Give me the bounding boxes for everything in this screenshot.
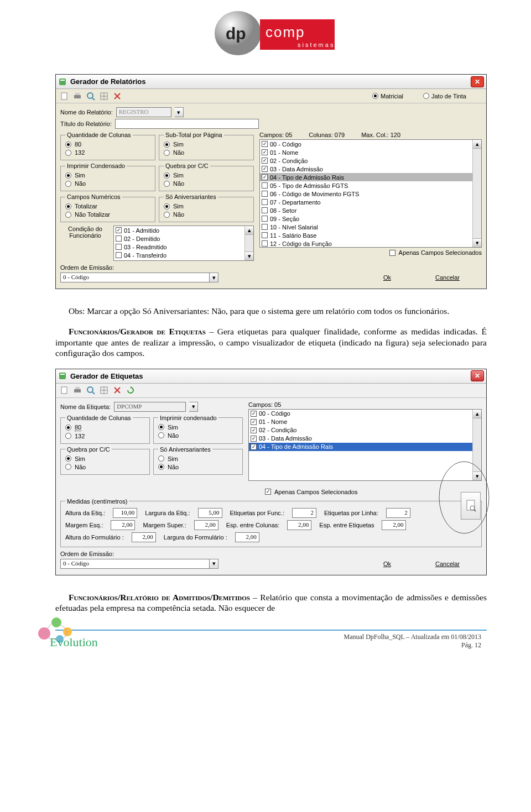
margem-sup-label: Margem Super.: [143, 522, 186, 528]
ok-button[interactable]: Ok [383, 274, 391, 281]
esp-colunas-input[interactable]: 2,00 [287, 520, 311, 530]
nome-etiqueta-label: Nome da Etiqueta: [60, 404, 111, 410]
list-item[interactable]: 02 - Condição [260, 156, 481, 165]
esp-etiq-input[interactable]: 2,00 [382, 520, 406, 530]
close-button[interactable]: ✕ [471, 76, 484, 87]
preview-icon[interactable] [86, 91, 96, 101]
list-item[interactable]: 09 - Seção [260, 214, 481, 223]
list-item[interactable]: 11 - Salário Base [260, 231, 481, 239]
list-item[interactable]: 02 - Condição [249, 426, 481, 434]
grid-icon[interactable] [99, 385, 109, 395]
list-item[interactable]: 00 - Código [260, 140, 481, 148]
list-item[interactable]: 00 - Código [249, 410, 481, 418]
svg-rect-10 [75, 93, 80, 95]
radio-sub-sim[interactable]: Sim [164, 141, 249, 148]
radio-cond-sim[interactable]: Sim [65, 172, 150, 179]
radio-jato-tinta[interactable]: Jato de Tinta [423, 93, 466, 99]
list-item[interactable]: 04 - Tipo de Admissão Rais [260, 173, 481, 181]
campos-listbox[interactable]: 00 - Código01 - Nome02 - Condição03 - Da… [259, 139, 482, 248]
condicao-listbox[interactable]: 01 - Admitido02 - Demitido03 - Readmitid… [113, 226, 254, 261]
list-item[interactable]: 03 - Data Admissão [260, 165, 481, 173]
etiq-linha-input[interactable]: 2 [386, 508, 410, 518]
largura-etiq-input[interactable]: 5,00 [198, 508, 222, 518]
svg-line-12 [92, 98, 95, 100]
ordem-emissao-input[interactable]: 0 - Código [60, 273, 210, 282]
fieldset-quebra: Quebra por C/C Sim Não [60, 446, 150, 475]
evolution-logo: Evolution [33, 609, 105, 649]
delete-icon[interactable] [112, 91, 122, 101]
radio-queb-sim[interactable]: Sim [164, 172, 249, 179]
radio-totalizar[interactable]: Totalizar [65, 203, 150, 209]
dropdown-icon[interactable]: ▾ [210, 273, 218, 282]
svg-rect-31 [467, 500, 475, 510]
list-item[interactable]: 04 - Transfeirdo [114, 251, 253, 259]
print-icon[interactable] [72, 385, 82, 395]
list-item[interactable]: 04 - Tipo de Admissão Rais [249, 443, 481, 451]
svg-rect-7 [60, 80, 65, 81]
altura-etiq-input[interactable]: 10,00 [113, 508, 137, 518]
visualizador-button[interactable] [461, 492, 481, 520]
dropdown-icon[interactable]: ▾ [175, 107, 184, 117]
margem-esq-input[interactable]: 2,00 [111, 520, 135, 530]
radio-queb-nao[interactable]: Não [65, 464, 145, 470]
list-item[interactable]: 12 - Código da Função [260, 239, 481, 248]
radio-80[interactable]: 80 [65, 424, 145, 431]
margem-sup-input[interactable]: 2,00 [194, 520, 218, 530]
preview-icon[interactable] [86, 385, 96, 395]
dropdown-icon[interactable]: ▾ [210, 559, 218, 569]
fieldset-condensado: Imprimir Condensado Sim Não [60, 163, 155, 191]
new-icon[interactable] [59, 91, 69, 101]
svg-rect-6 [59, 78, 66, 85]
dropdown-icon[interactable]: ▾ [189, 402, 198, 412]
list-item[interactable]: 05 - Tipo de Admissão FGTS [260, 181, 481, 190]
close-button[interactable]: ✕ [471, 370, 484, 381]
radio-cond-sim[interactable]: Sim [158, 424, 238, 431]
window-title: Gerador de Relatórios [70, 77, 146, 86]
list-item[interactable]: 07 - Departamento [260, 198, 481, 206]
largura-form-input[interactable]: 2,00 [235, 532, 259, 542]
nome-relatorio-input[interactable]: REGISTRO [116, 107, 171, 117]
svg-point-23 [87, 387, 93, 392]
cancel-button[interactable]: Cancelar [435, 560, 460, 567]
titulo-relatorio-input[interactable] [115, 119, 259, 129]
ordem-emissao-input[interactable]: 0 - Código [60, 559, 210, 569]
new-icon[interactable] [59, 385, 69, 395]
list-item[interactable]: 03 - Data Admissão [249, 434, 481, 443]
grid-icon[interactable] [99, 91, 109, 101]
radio-aniv-sim[interactable]: Sim [164, 203, 249, 209]
radio-sub-nao[interactable]: Não [164, 149, 249, 156]
radio-aniv-nao[interactable]: Não [158, 464, 238, 470]
list-item[interactable]: 01 - Admitido [114, 226, 253, 234]
condicao-func-label: Condição do Funcionário [60, 226, 110, 239]
scrollbar[interactable]: ▴▾ [472, 140, 481, 247]
list-item[interactable]: 10 - Nível Salarial [260, 223, 481, 231]
checkbox-apenas-selecionados[interactable]: Apenas Campos Selecionados [259, 249, 482, 256]
list-item[interactable]: 03 - Readmitido [114, 243, 253, 251]
ok-button[interactable]: Ok [383, 560, 391, 567]
etiq-func-input[interactable]: 2 [292, 508, 316, 518]
radio-queb-sim[interactable]: Sim [65, 455, 145, 462]
list-item[interactable]: 02 - Demitido [114, 234, 253, 243]
radio-132[interactable]: 132 [65, 149, 150, 156]
cancel-button[interactable]: Cancelar [435, 274, 460, 281]
radio-80[interactable]: 80 [65, 141, 150, 148]
refresh-icon[interactable] [126, 385, 136, 395]
scrollbar[interactable]: ▴▾ [244, 226, 253, 260]
list-item[interactable]: 01 - Nome [260, 148, 481, 156]
radio-queb-nao[interactable]: Não [164, 180, 249, 187]
delete-icon[interactable] [112, 385, 122, 395]
radio-nao-totalizar[interactable]: Não Totalizar [65, 211, 150, 218]
esp-colunas-label: Esp. entre Colunas: [226, 522, 280, 528]
print-icon[interactable] [72, 91, 82, 101]
radio-132[interactable]: 132 [65, 433, 145, 439]
radio-cond-nao[interactable]: Não [158, 432, 238, 439]
list-item[interactable]: 06 - Código de Movimento FGTS [260, 190, 481, 198]
nome-etiqueta-input[interactable]: DPCOMP [114, 402, 186, 412]
radio-matricial[interactable]: Matricial [372, 93, 403, 99]
list-item[interactable]: 08 - Setor [260, 206, 481, 214]
list-item[interactable]: 01 - Nome [249, 418, 481, 426]
radio-aniv-sim[interactable]: Sim [158, 455, 238, 462]
radio-aniv-nao[interactable]: Não [164, 211, 249, 218]
radio-cond-nao[interactable]: Não [65, 180, 150, 187]
altura-form-input[interactable]: 2,00 [132, 532, 156, 542]
